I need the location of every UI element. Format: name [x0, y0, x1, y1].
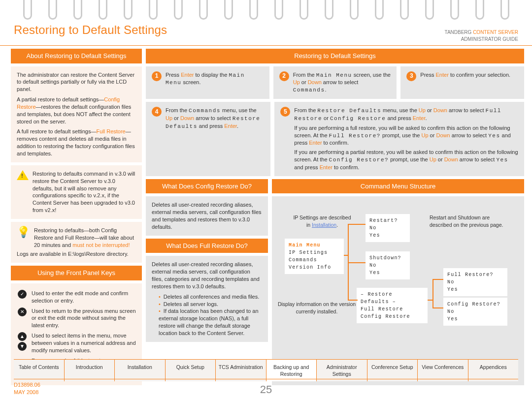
page-number: 25 — [260, 382, 272, 397]
warning-icon — [17, 170, 29, 214]
display-info-note: Display information on the version curre… — [275, 301, 359, 314]
config-restore-prompt-block: Config Restore? No Yes — [443, 298, 507, 326]
step-number-5: 5 — [280, 107, 290, 117]
connector-shutdown — [348, 262, 366, 263]
up-key-icon: ▲ — [18, 332, 27, 341]
ip-settings-note: IP Settings are described in Installatio… — [293, 214, 352, 228]
nav-tcs-administration[interactable]: TCS Administration — [216, 360, 266, 381]
x-key-icon: ✕ — [18, 307, 27, 316]
config-restore-content: Deletes all user-created recording alias… — [146, 196, 268, 235]
restore-defaults-block: – Restore Defaults – Full Restore Config… — [357, 288, 428, 323]
step-number-1: 1 — [152, 71, 162, 81]
check-key-icon: ✓ — [18, 290, 27, 299]
shutdown-block: Shutdown? No Yes — [366, 251, 410, 279]
mainmenu-block: Main Menu IP Settings Commands Version I… — [285, 239, 344, 274]
restart-shutdown-note: Restart and Shutdown are described on th… — [430, 214, 503, 228]
config-restore-bar: What Does Config Restore Do? — [146, 179, 268, 194]
connector-v2 — [432, 279, 433, 308]
connector-fullrestore — [432, 279, 443, 280]
footer-docinfo: D13898.06 MAY 2008 — [14, 381, 40, 396]
full-restore-content: Deletes all user-created recording alias… — [146, 256, 268, 341]
binder-rings — [0, 0, 532, 22]
step-3: 3 Press Enter to confirm your selection. — [400, 66, 524, 99]
full-restore-prompt-block: Full Restore? No Yes — [443, 268, 507, 296]
nav-introduction[interactable]: Introduction — [65, 360, 115, 381]
nav-backing-up-restoring[interactable]: Backing up and Restoring — [266, 360, 317, 381]
step-number-2: 2 — [279, 71, 289, 81]
nav-administrator-settings[interactable]: Administrator Settings — [317, 360, 367, 381]
keys-section-bar: Using the Front Panel Keys — [11, 266, 142, 280]
connector-restoredef-right — [428, 300, 433, 301]
nav-installation[interactable]: Installation — [115, 360, 166, 381]
command-menu-diagram: IP Settings are described in Installatio… — [272, 196, 524, 385]
restore-section-bar: Restoring to Default Settings — [146, 49, 524, 63]
down-key-icon: ▼ — [18, 342, 27, 351]
step-4: 4 From the Commands menu, use the Up or … — [146, 102, 270, 176]
cmd-menu-bar: Command Menu Structure — [272, 179, 524, 194]
bottom-nav: Table of Contents Introduction Installat… — [14, 359, 518, 381]
connector-mainmenu — [344, 255, 349, 256]
full-restore-bar: What Does Full Restore Do? — [146, 239, 268, 253]
about-section-content: The administrator can restore the Conten… — [11, 66, 142, 162]
step-number-3: 3 — [406, 71, 416, 81]
restart-block: Restart? No Yes — [366, 214, 410, 242]
step-5: 5 From the Restore Defaults menu, use th… — [274, 102, 524, 176]
nav-conference-setup[interactable]: Conference Setup — [367, 360, 418, 381]
installation-link[interactable]: Installation — [312, 222, 336, 228]
connector-restoredef — [348, 300, 358, 301]
step-1: 1 Press Enter to display the Main Menu s… — [146, 66, 269, 99]
nav-view-conferences[interactable]: View Conferences — [418, 360, 468, 381]
nav-table-of-contents[interactable]: Table of Contents — [14, 360, 65, 381]
nav-appendices[interactable]: Appendices — [468, 360, 519, 381]
warning-callout: Restoring to defaults command in v.3.0 w… — [11, 165, 142, 219]
nav-quick-setup[interactable]: Quick Setup — [166, 360, 216, 381]
step-2: 2 From the Main Menu screen, use the Up … — [273, 66, 397, 99]
brand-block: TANDBERG CONTENT SERVER ADMINISTRATOR GU… — [445, 29, 518, 42]
about-section-bar: About Restoring to Default Settings — [11, 49, 142, 63]
tip-callout: 💡 Restoring to defaults—both Config Rest… — [11, 222, 142, 263]
connector-restart — [348, 224, 366, 225]
connector-configrestore — [432, 307, 443, 308]
page-title: Restoring to Default Settings — [14, 22, 167, 38]
lightbulb-icon: 💡 — [17, 227, 30, 249]
step-number-4: 4 — [152, 107, 162, 117]
